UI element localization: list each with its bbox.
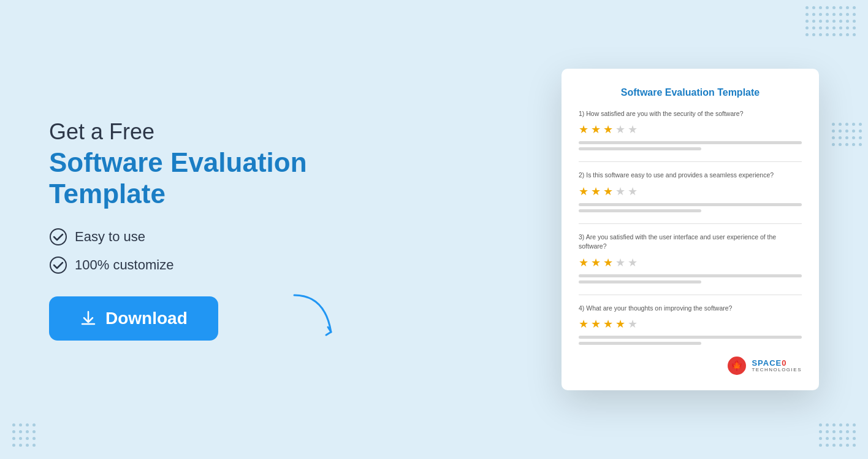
check-icon-customize (49, 256, 67, 274)
question-3-text: 3) Are you satisfied with the user inter… (579, 233, 802, 250)
stars-1: ★ ★ ★ ★ ★ (579, 123, 802, 136)
right-section: Software Evaluation Template 1) How sati… (562, 69, 819, 390)
star-4-4: ★ (615, 317, 625, 331)
answer-line (579, 209, 701, 212)
check-icon-easy (49, 228, 67, 246)
logo-name: SPACE0 (752, 359, 786, 367)
spaceo-logo-icon: 🍁 (727, 356, 747, 376)
star-2-5: ★ (628, 185, 638, 198)
stars-2: ★ ★ ★ ★ ★ (579, 185, 802, 198)
left-section: Get a Free Software Evaluation Template … (49, 118, 368, 341)
stars-3: ★ ★ ★ ★ ★ (579, 256, 802, 269)
answer-lines-4 (579, 336, 802, 345)
answer-lines-3 (579, 274, 802, 284)
star-1-4: ★ (615, 123, 625, 136)
star-3-3: ★ (603, 256, 613, 269)
logo-name-zero: 0 (782, 358, 786, 368)
question-divider (579, 223, 802, 224)
feature-easy-text: Easy to use (75, 229, 145, 245)
document-title: Software Evaluation Template (579, 87, 802, 98)
features-list: Easy to use 100% customize (49, 228, 368, 274)
title-line1: Software Evaluation (49, 147, 307, 177)
page-title: Software Evaluation Template (49, 147, 368, 209)
answer-line (579, 274, 802, 277)
svg-point-0 (50, 229, 66, 245)
answer-lines-2 (579, 203, 802, 212)
star-2-3: ★ (603, 185, 613, 198)
answer-line (579, 203, 802, 206)
star-2-4: ★ (615, 185, 625, 198)
svg-text:🍁: 🍁 (731, 360, 743, 371)
star-4-2: ★ (591, 317, 601, 331)
svg-point-1 (50, 257, 66, 273)
star-1-1: ★ (579, 123, 588, 136)
question-2-text: 2) Is this software easy to use and prov… (579, 171, 802, 180)
answer-line (579, 141, 802, 144)
star-4-5: ★ (628, 317, 638, 331)
download-button-label: Download (105, 309, 188, 328)
star-3-2: ★ (591, 256, 601, 269)
star-4-1: ★ (579, 317, 588, 331)
feature-customize-text: 100% customize (75, 257, 173, 273)
download-icon (80, 310, 97, 327)
star-2-2: ★ (591, 185, 601, 198)
title-line2: Template (49, 179, 166, 209)
answer-line (579, 342, 701, 345)
star-3-1: ★ (579, 256, 588, 269)
answer-line (579, 147, 701, 150)
main-container: Get a Free Software Evaluation Template … (0, 0, 868, 459)
logo-text-block: SPACE0 Technologies (752, 359, 802, 372)
question-4: 4) What are your thoughts on improving t… (579, 304, 802, 345)
star-1-5: ★ (628, 123, 638, 136)
star-2-1: ★ (579, 185, 588, 198)
spaceo-logo: 🍁 SPACE0 Technologies (579, 356, 802, 376)
star-4-3: ★ (603, 317, 613, 331)
answer-line (579, 280, 701, 284)
answer-line (579, 336, 802, 339)
feature-easy: Easy to use (49, 228, 368, 246)
star-3-5: ★ (628, 256, 638, 269)
question-divider (579, 295, 802, 295)
document-card: Software Evaluation Template 1) How sati… (562, 69, 819, 390)
question-1-text: 1) How satisfied are you with the securi… (579, 109, 802, 118)
star-3-4: ★ (615, 256, 625, 269)
answer-lines-1 (579, 141, 802, 150)
stars-4: ★ ★ ★ ★ ★ (579, 317, 802, 331)
question-2: 2) Is this software easy to use and prov… (579, 171, 802, 212)
star-1-3: ★ (603, 123, 613, 136)
logo-name-space: SPACE (752, 358, 782, 368)
star-1-2: ★ (591, 123, 601, 136)
logo-subtitle: Technologies (752, 367, 802, 372)
question-4-text: 4) What are your thoughts on improving t… (579, 304, 802, 313)
feature-customize: 100% customize (49, 256, 368, 274)
question-3: 3) Are you satisfied with the user inter… (579, 233, 802, 283)
download-button[interactable]: Download (49, 296, 218, 341)
question-divider (579, 161, 802, 162)
get-free-label: Get a Free (49, 118, 368, 145)
question-1: 1) How satisfied are you with the securi… (579, 109, 802, 151)
arrow-decoration (288, 289, 343, 347)
